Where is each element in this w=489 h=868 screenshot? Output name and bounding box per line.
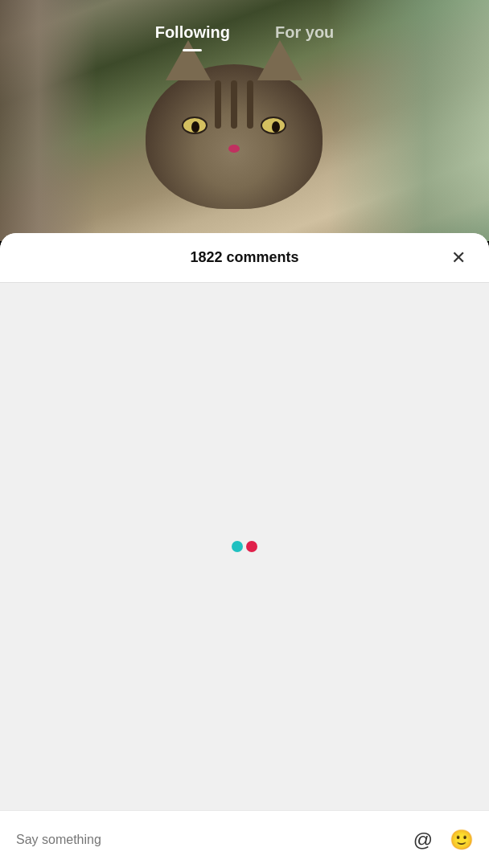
comment-input-bar: @ 🙂 [0, 810, 489, 868]
nav-bar: Following For you [0, 0, 489, 64]
comments-body [0, 283, 489, 810]
loading-dot-cyan [232, 541, 243, 552]
at-icon[interactable]: @ [409, 825, 438, 854]
loading-indicator [232, 541, 257, 552]
cat-image [129, 64, 339, 241]
comments-title: 1822 comments [190, 249, 298, 266]
close-button[interactable]: ✕ [444, 244, 473, 272]
cat-eye-left [182, 117, 208, 134]
emoji-icon[interactable]: 🙂 [447, 825, 476, 854]
tab-following[interactable]: Following [133, 7, 253, 58]
loading-dot-red [246, 541, 257, 552]
comments-panel: 1822 comments ✕ @ 🙂 [0, 233, 489, 868]
tab-for-you[interactable]: For you [253, 7, 356, 58]
video-background: Following For you [0, 0, 489, 241]
comment-input[interactable] [13, 822, 399, 858]
cat-head [146, 64, 323, 209]
comments-header: 1822 comments ✕ [0, 233, 489, 283]
cat-nose [228, 145, 240, 153]
cat-eye-right [261, 117, 286, 134]
